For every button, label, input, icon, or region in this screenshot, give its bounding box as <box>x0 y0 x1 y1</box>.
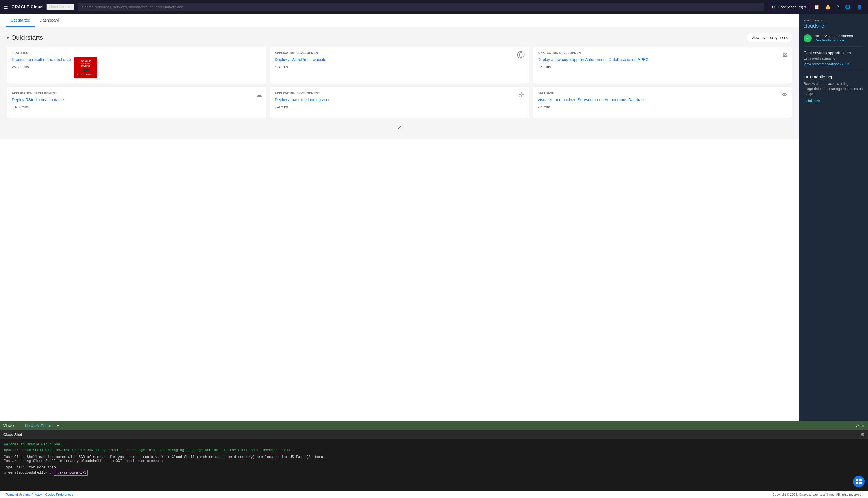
savings-sub: Estimated savings: 0 <box>804 56 864 61</box>
strava-icon <box>781 91 788 100</box>
card-title: Deploy a baseline landing zone <box>275 97 524 103</box>
cloud-icon: ☁ <box>256 91 262 98</box>
card-rstudio[interactable]: APPLICATION DEVELOPMENT Deploy RStudio i… <box>7 87 266 118</box>
card-featured-content: Predict the result of the next race 25-3… <box>12 57 261 78</box>
region-selector-button[interactable]: US East (Ashburn) ▾ <box>768 3 810 11</box>
shell-help-icon[interactable] <box>853 476 865 487</box>
status-check-icon: ✓ <box>804 34 812 42</box>
card-title: Deploy RStudio in a container <box>12 97 261 103</box>
svg-rect-6 <box>856 479 858 481</box>
quickstarts-label: Quickstarts <box>11 34 43 41</box>
shell-prompt: sreenata@cloudshell:~ <box>4 471 48 475</box>
cloud-classic-button[interactable]: Cloud Classic › <box>46 4 75 10</box>
content-area: Get started Dashboard ▾ Quickstarts View… <box>0 14 868 421</box>
apex-icon: ⊠ <box>782 51 788 58</box>
shell-line-5: Type `help` for more info. <box>4 466 58 470</box>
oracle-logo: ORACLE Cloud <box>12 4 43 9</box>
hamburger-menu-icon[interactable]: ☰ <box>3 4 8 10</box>
quickstarts-title: ▾ Quickstarts <box>7 34 43 41</box>
search-input[interactable] <box>78 3 764 11</box>
card-time: 10-12 mins <box>12 105 261 109</box>
network-value: Public <box>41 423 51 428</box>
redbull-image: ORACLERedBullRACING CLOUD PARTNER <box>74 57 97 78</box>
shell-line-3: Your Cloud Shell machine comes with 5GB … <box>4 455 327 459</box>
expand-icon[interactable]: ⤢ <box>7 122 792 133</box>
network-chevron-icon[interactable]: ▾ <box>57 423 59 429</box>
cloud-text: Cloud <box>29 4 43 9</box>
card-time: 6-8 mins <box>275 65 524 69</box>
card-category: FEATURED <box>12 51 261 55</box>
announcements-icon[interactable]: 📋 <box>811 3 822 12</box>
install-now-link[interactable]: Install now <box>804 99 864 103</box>
shell-body[interactable]: Welcome to Oracle Cloud Shell. Update: C… <box>0 439 868 491</box>
card-time: 7-9 mins <box>275 105 524 109</box>
card-title: Deploy a low-code app on Autonomous Data… <box>537 57 787 63</box>
shell-prompt-colon: : <box>50 471 51 475</box>
status-main-text: All services operational <box>815 34 853 38</box>
tab-dashboard[interactable]: Dashboard <box>35 14 64 27</box>
svg-rect-9 <box>859 482 862 484</box>
shell-line-1: Welcome to Oracle Cloud Shell. <box>4 443 66 447</box>
mobile-app-desc: Review alarms, access billing and usage … <box>804 81 864 96</box>
footer-links: Terms of Use and Privacy Cookie Preferen… <box>6 493 73 496</box>
tabs-bar: Get started Dashboard <box>0 14 799 27</box>
card-title: Deploy a WordPress website <box>275 57 524 63</box>
globe-icon[interactable]: 🌐 <box>843 3 853 12</box>
card-redbull[interactable]: FEATURED Predict the result of the next … <box>7 47 266 83</box>
card-category: APPLICATION DEVELOPMENT <box>537 51 787 55</box>
recommendations-link[interactable]: View recommendations (4303) <box>804 62 864 66</box>
svg-rect-8 <box>856 482 858 484</box>
shell-line-4: You are using Cloud Shell in tenancy clo… <box>4 459 164 463</box>
svg-rect-7 <box>859 479 862 481</box>
bell-icon[interactable]: 🔔 <box>823 3 833 12</box>
collapse-icon[interactable]: ▾ <box>7 35 9 40</box>
status-text: All services operational View health das… <box>815 34 853 42</box>
shell-toolbar: View ▾ | Network: Public ▾ ─ ⤢ ✕ <box>0 421 868 430</box>
savings-title: Cost savings opportunities <box>804 51 864 55</box>
oracle-text: ORACLE <box>12 4 29 9</box>
card-time: 3-5 mins <box>537 65 787 69</box>
shell-settings-icon[interactable]: ⚙ <box>860 432 865 437</box>
view-deployments-button[interactable]: View my deployments <box>747 33 792 42</box>
profile-icon[interactable]: 👤 <box>854 3 865 12</box>
main-content: Get started Dashboard ▾ Quickstarts View… <box>0 14 799 421</box>
minimize-button[interactable]: ─ <box>851 423 854 428</box>
card-title: Predict the result of the next race <box>12 57 71 63</box>
footer: Terms of Use and Privacy Cookie Preferen… <box>0 491 868 498</box>
cards-row-2: APPLICATION DEVELOPMENT Deploy RStudio i… <box>7 87 792 118</box>
card-wordpress[interactable]: APPLICATION DEVELOPMENT Deploy a WordPre… <box>270 47 529 83</box>
health-dashboard-link[interactable]: View health dashboard <box>815 39 853 42</box>
right-panel: Your tenancy cloudshell ✓ All services o… <box>799 14 868 421</box>
tenancy-label: Your tenancy <box>804 18 864 22</box>
card-category: APPLICATION DEVELOPMENT <box>275 92 524 95</box>
cloud-shell-container: View ▾ | Network: Public ▾ ─ ⤢ ✕ Cloud S… <box>0 421 868 491</box>
status-row: ✓ All services operational View health d… <box>804 34 864 47</box>
network-label: Network: Public <box>25 423 51 428</box>
card-landing-zone[interactable]: APPLICATION DEVELOPMENT Deploy a baselin… <box>270 87 529 118</box>
terms-link[interactable]: Terms of Use and Privacy <box>6 493 42 496</box>
landing-icon <box>518 91 525 100</box>
card-time: 25-30 mins <box>12 65 71 69</box>
shell-toolbar-right: ─ ⤢ ✕ <box>851 423 865 428</box>
top-navigation: ☰ ORACLE Cloud Cloud Classic › US East (… <box>0 0 868 14</box>
mobile-app-section: OCI mobile app Review alarms, access bil… <box>804 75 864 103</box>
view-button[interactable]: View ▾ <box>3 423 15 428</box>
cards-row-1: FEATURED Predict the result of the next … <box>7 47 792 83</box>
card-text: Predict the result of the next race 25-3… <box>12 57 71 78</box>
quickstarts-header: ▾ Quickstarts View my deployments <box>7 33 792 42</box>
help-icon[interactable]: ? <box>834 3 842 11</box>
wordpress-icon <box>517 51 525 61</box>
toolbar-separator: | <box>19 423 21 429</box>
close-shell-button[interactable]: ✕ <box>861 423 865 428</box>
cookies-link[interactable]: Cookie Preferences <box>46 493 73 496</box>
quickstarts-section: ▾ Quickstarts View my deployments FEATUR… <box>0 27 799 139</box>
card-strava[interactable]: DATABASE Visualize and analyze Strava da… <box>533 87 792 118</box>
svg-point-1 <box>521 94 522 95</box>
expand-button[interactable]: ⤢ <box>856 423 859 428</box>
nav-right-controls: US East (Ashburn) ▾ 📋 🔔 ? 🌐 👤 <box>768 3 865 12</box>
card-category: APPLICATION DEVELOPMENT <box>275 51 524 55</box>
card-time: 2-4 mins <box>537 105 787 109</box>
card-apex[interactable]: APPLICATION DEVELOPMENT Deploy a low-cod… <box>533 47 792 83</box>
shell-title: Cloud Shell <box>3 432 23 437</box>
tab-get-started[interactable]: Get started <box>6 14 35 27</box>
